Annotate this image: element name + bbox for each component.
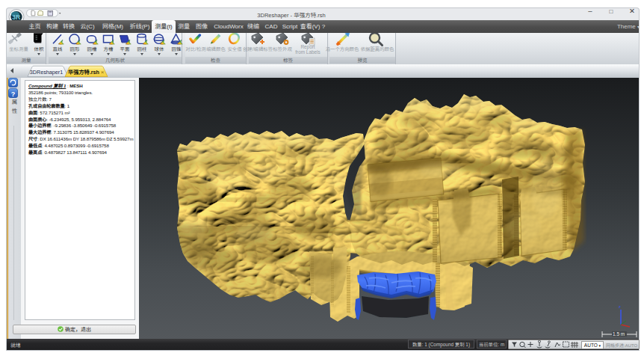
svg-text:华强方特.rsh: 华强方特.rsh (68, 69, 99, 76)
svg-text:×: × (101, 69, 105, 76)
svg-text:3DReshaper1: 3DReshaper1 (30, 69, 63, 76)
svg-text:1.5 m: 1.5 m (613, 331, 625, 337)
svg-text:z: z (619, 304, 621, 309)
